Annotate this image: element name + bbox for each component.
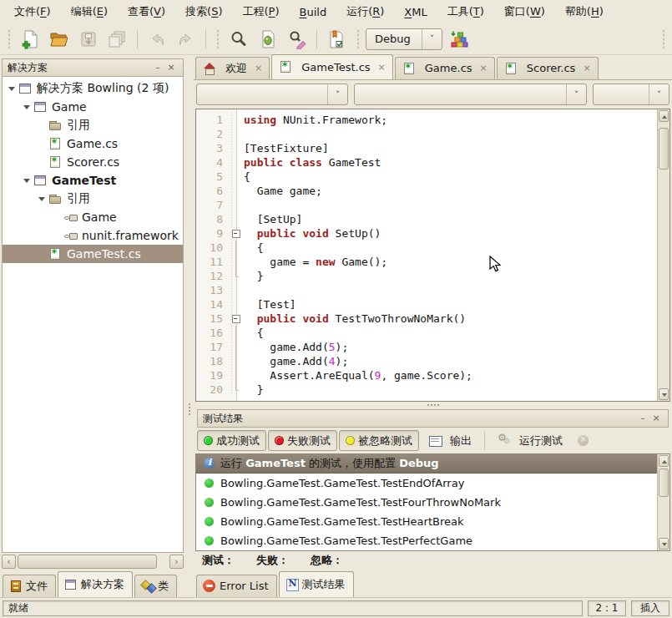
tree-expander-icon[interactable] (6, 83, 18, 95)
redo-button[interactable] (173, 27, 200, 52)
fold-margin[interactable] (230, 297, 241, 312)
code-line[interactable]: 13 (196, 283, 657, 297)
code-line[interactable]: 9 public void SetUp() (196, 226, 657, 241)
test-filter-toggle[interactable]: 被忽略测试 (339, 430, 419, 451)
fold-margin[interactable] (230, 212, 241, 226)
tree-row[interactable]: GameTest (3, 171, 183, 190)
menu-item[interactable]: XML (395, 3, 436, 22)
tab-close-icon[interactable]: × (480, 63, 488, 73)
scroll-right-arrow[interactable]: › (169, 555, 184, 569)
code-line[interactable]: 16 { (196, 326, 657, 340)
menu-item[interactable]: 工程(P) (234, 1, 289, 23)
close-button[interactable]: × (164, 62, 178, 73)
tree-row[interactable]: 解决方案 Bowling (2 项) (3, 79, 183, 98)
code-line[interactable]: 1 using NUnit.Framework; (196, 113, 657, 127)
solution-tree-hscrollbar[interactable]: ‹ › (2, 555, 184, 569)
code-line[interactable]: 5 { (196, 170, 657, 184)
tree-row[interactable]: nunit.framework (3, 226, 183, 245)
test-result-row[interactable]: Bowling.GameTest.GameTest.TestEndOfArray (196, 474, 657, 493)
dock-tab[interactable]: 测试结果 (279, 571, 354, 597)
fold-margin[interactable] (230, 141, 241, 155)
code-lines[interactable]: 1 using NUnit.Framework; 2 3 [TestFixtur… (196, 109, 657, 401)
code-line[interactable]: 10 { (196, 241, 657, 255)
menu-item[interactable]: 搜索(S) (176, 1, 231, 23)
dock-tab[interactable]: 类 (134, 575, 177, 597)
minimize-button[interactable]: – (151, 62, 164, 73)
menu-item[interactable]: 帮助(H) (556, 1, 613, 23)
vscroll-thumb[interactable] (659, 469, 669, 497)
fold-margin[interactable] (230, 326, 241, 340)
test-filter-toggle[interactable]: 成功测试 (197, 430, 266, 451)
fold-margin[interactable] (230, 184, 241, 198)
task-list-button[interactable] (323, 27, 350, 52)
code-line[interactable]: 17 game.Add(5); (196, 340, 657, 354)
editor-vscrollbar[interactable] (657, 109, 669, 401)
code-editor[interactable]: 1 using NUnit.Framework; 2 3 [TestFixtur… (195, 109, 670, 402)
scroll-up-arrow[interactable] (659, 110, 669, 122)
tree-expander-icon[interactable] (36, 248, 48, 261)
tab-close-icon[interactable]: × (255, 63, 262, 73)
tree-row[interactable]: 引用 (3, 116, 183, 134)
output-toggle[interactable]: 输出 (422, 430, 477, 451)
member-dropdown[interactable]: ˅ (354, 84, 587, 105)
fold-margin[interactable] (230, 340, 241, 354)
tree-expander-icon[interactable] (36, 119, 48, 132)
open-button[interactable] (46, 27, 73, 52)
menu-item[interactable]: 查看(V) (119, 1, 174, 23)
tree-row[interactable]: Game (3, 208, 183, 226)
fold-margin[interactable] (230, 382, 241, 397)
tree-expander-icon[interactable] (21, 175, 33, 187)
run-tests-button[interactable]: 运行测试 (492, 430, 568, 451)
menu-item[interactable]: 文件(F) (5, 1, 60, 23)
code-line[interactable]: 11 game = new Game(); (196, 255, 657, 269)
code-line[interactable]: 6 Game game; (196, 184, 657, 198)
scroll-down-arrow[interactable] (659, 538, 669, 550)
search-button[interactable] (225, 27, 252, 52)
scroll-down-arrow[interactable] (659, 388, 669, 400)
tree-row[interactable]: Game.cs (3, 134, 183, 153)
scroll-left-arrow[interactable]: ‹ (2, 555, 16, 569)
test-result-row[interactable]: Bowling.GameTest.GameTest.TestPerfectGam… (196, 531, 657, 550)
code-line[interactable]: 19 Assert.AreEqual(9, game.Score); (196, 368, 657, 382)
code-line[interactable]: 15 public void TestTwoThrowNoMark() (196, 312, 657, 326)
configuration-dropdown[interactable]: Debug ˅ (366, 28, 442, 50)
fold-margin[interactable] (230, 283, 241, 297)
tab-close-icon[interactable]: × (583, 63, 590, 73)
type-dropdown[interactable]: ˅ (196, 84, 348, 105)
toolbar-grip[interactable] (660, 30, 666, 48)
tree-expander-icon[interactable] (36, 193, 48, 205)
toolbar-grip[interactable] (215, 30, 220, 48)
fold-margin[interactable] (230, 255, 241, 269)
document-tab[interactable]: Scorer.cs × (497, 57, 599, 79)
fold-margin[interactable] (230, 312, 241, 326)
vertical-splitter[interactable] (185, 55, 194, 597)
tab-close-icon[interactable]: × (378, 62, 386, 73)
tree-row[interactable]: GameTest.cs (3, 245, 183, 263)
tree-expander-icon[interactable] (21, 101, 33, 114)
fold-margin[interactable] (230, 155, 241, 170)
menu-item[interactable]: 编辑(E) (62, 1, 117, 23)
minimize-button[interactable]: – (636, 413, 649, 424)
fold-margin[interactable] (230, 354, 241, 368)
code-line[interactable]: 20 } (196, 382, 657, 397)
code-line[interactable]: 7 (196, 198, 657, 212)
fold-margin[interactable] (230, 269, 241, 283)
new-file-button[interactable] (17, 27, 43, 52)
undo-button[interactable] (144, 27, 170, 52)
code-line[interactable]: 4 public class GameTest (196, 155, 657, 170)
toolbar-grip[interactable] (355, 30, 361, 48)
vscroll-thumb[interactable] (659, 128, 669, 170)
menu-item[interactable]: 工具(T) (438, 1, 493, 23)
stop-tests-icon[interactable] (577, 434, 591, 448)
close-button[interactable]: × (649, 413, 663, 424)
test-list-vscrollbar[interactable] (657, 454, 669, 550)
hscroll-thumb[interactable] (18, 555, 157, 569)
horizontal-splitter[interactable] (194, 402, 672, 409)
test-result-row[interactable]: Bowling.GameTest.GameTest.TestFourThrowN… (196, 493, 657, 512)
fold-margin[interactable] (230, 241, 241, 255)
replace-button[interactable] (284, 27, 311, 52)
tree-expander-icon[interactable] (36, 138, 48, 150)
menu-item[interactable]: 运行(R) (337, 1, 393, 23)
toolbar-grip[interactable] (6, 30, 12, 48)
save-all-button[interactable] (104, 27, 131, 52)
